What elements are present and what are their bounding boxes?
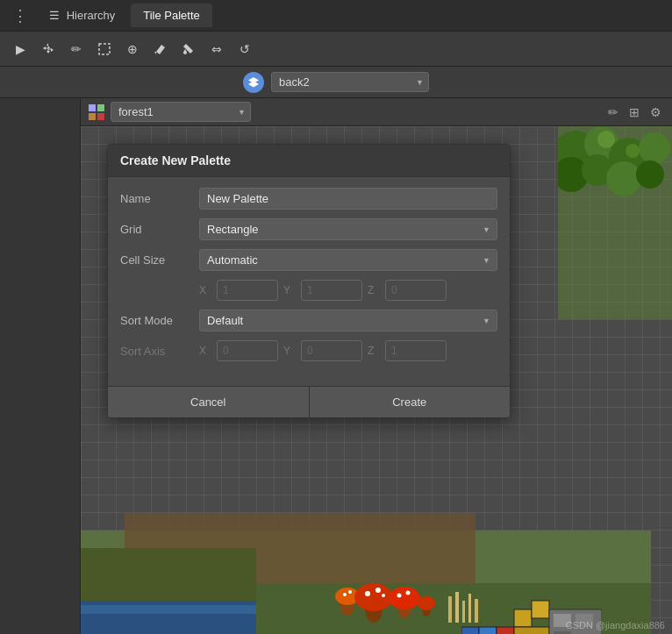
left-sidebar <box>0 98 81 634</box>
eraser-icon <box>154 42 168 56</box>
tab-hierarchy[interactable]: ☰ Hierarchy <box>37 4 127 27</box>
palette-header-icons: ✏ ⊞ ⚙ <box>604 103 665 121</box>
sort-axis-y-input <box>301 340 362 361</box>
layer-row: back2 <box>0 67 672 98</box>
cell-size-xyz-row: X Y Z <box>199 280 497 301</box>
cell-size-select-wrapper[interactable]: Automatic Manual <box>199 249 497 271</box>
grid-label: Grid <box>120 223 199 236</box>
sort-axis-x-label: X <box>199 345 211 357</box>
dialog-body: Name Grid Rectangle Hexagonal Isometric <box>108 177 510 381</box>
grid-view-button[interactable]: ⊞ <box>626 103 643 121</box>
select-tool-button[interactable]: ▶ <box>7 37 33 61</box>
sort-mode-label: Sort Mode <box>120 314 199 327</box>
cell-size-label: Cell Size <box>120 253 199 267</box>
layer-select[interactable]: back2 <box>271 72 429 92</box>
grid-select-wrapper[interactable]: Rectangle Hexagonal Isometric <box>199 218 497 240</box>
tab-bar: ⋮ ☰ Hierarchy Tile Palette <box>0 0 672 32</box>
settings-button[interactable]: ⚙ <box>647 103 665 121</box>
sort-axis-y-label: Y <box>283 345 296 357</box>
palette-select[interactable]: forest1 forest2 dungeon <box>111 102 251 122</box>
palette-icon <box>88 103 105 121</box>
tab-hierarchy-label: Hierarchy <box>67 9 116 22</box>
name-label: Name <box>120 192 199 205</box>
svg-rect-2 <box>97 104 104 111</box>
palette-panel: forest1 forest2 dungeon ✏ ⊞ ⚙ <box>81 98 672 634</box>
sort-axis-label: Sort Axis <box>120 345 199 358</box>
brush-tool-button[interactable]: ✏ <box>63 37 89 61</box>
sort-mode-select-wrapper[interactable]: Default Custom <box>199 310 497 331</box>
sort-mode-row: Sort Mode Default Custom <box>120 310 497 331</box>
flip-h-button[interactable]: ⇔ <box>204 37 230 61</box>
tab-tile-palette-label: Tile Palette <box>143 9 200 22</box>
move-tool-button[interactable] <box>35 37 61 61</box>
grid-select[interactable]: Rectangle Hexagonal Isometric <box>199 218 497 240</box>
svg-rect-3 <box>89 113 96 120</box>
dialog-overlay: Create New Palette Name Grid <box>81 126 672 634</box>
svg-rect-1 <box>89 104 96 111</box>
cell-size-row: Cell Size Automatic Manual <box>120 249 497 271</box>
create-palette-dialog: Create New Palette Name Grid <box>107 144 511 418</box>
dialog-buttons: Cancel Create <box>108 386 510 417</box>
main-content: forest1 forest2 dungeon ✏ ⊞ ⚙ <box>0 98 672 634</box>
sort-axis-fields: X Y Z <box>199 340 447 361</box>
palette-select-wrapper[interactable]: forest1 forest2 dungeon <box>111 102 251 122</box>
cell-x-label: X <box>199 284 211 296</box>
svg-rect-4 <box>97 113 104 120</box>
cell-x-input <box>217 280 278 301</box>
grid-snap-button[interactable] <box>260 37 286 61</box>
rect-select-tool-button[interactable] <box>91 37 118 61</box>
layer-select-wrapper[interactable]: back2 <box>271 72 429 92</box>
tab-menu-icon[interactable]: ⋮ <box>7 6 33 25</box>
fill-icon <box>182 42 196 56</box>
cell-z-label: Z <box>368 284 380 296</box>
move-icon <box>41 42 55 56</box>
sort-axis-z-label: Z <box>368 345 380 357</box>
dialog-title: Create New Palette <box>108 145 510 177</box>
layer-icon <box>243 72 264 93</box>
svg-rect-0 <box>99 44 110 54</box>
tab-tile-palette[interactable]: Tile Palette <box>131 4 212 27</box>
tile-grid[interactable]: Create New Palette Name Grid <box>81 126 672 634</box>
palette-header: forest1 forest2 dungeon ✏ ⊞ ⚙ <box>81 98 672 126</box>
rect-select-icon <box>97 42 111 56</box>
cell-y-label: Y <box>283 284 296 296</box>
cell-size-select[interactable]: Automatic Manual <box>199 249 497 271</box>
edit-palette-button[interactable]: ✏ <box>604 103 622 121</box>
create-button[interactable]: Create <box>310 387 511 417</box>
cell-z-input <box>385 280 447 301</box>
sort-axis-row: Sort Axis X Y Z <box>120 340 497 361</box>
fill-tool-button[interactable] <box>175 37 202 61</box>
sort-mode-select[interactable]: Default Custom <box>199 310 497 331</box>
sort-axis-x-input <box>217 340 278 361</box>
cancel-button[interactable]: Cancel <box>108 387 310 417</box>
sort-axis-z-input <box>385 340 447 361</box>
toolbar: ▶ ✏ ⊕ ⇔ ↺ <box>0 32 672 67</box>
name-input[interactable] <box>199 188 497 210</box>
rotate-button[interactable]: ↺ <box>232 37 258 61</box>
hierarchy-tab-icon: ☰ <box>49 9 60 22</box>
grid-row: Grid Rectangle Hexagonal Isometric <box>120 218 497 240</box>
name-row: Name <box>120 188 497 210</box>
eraser-tool-button[interactable] <box>147 37 174 61</box>
eyedropper-tool-button[interactable]: ⊕ <box>119 37 146 61</box>
grid-snap-icon <box>266 42 280 56</box>
cell-y-input <box>301 280 362 301</box>
